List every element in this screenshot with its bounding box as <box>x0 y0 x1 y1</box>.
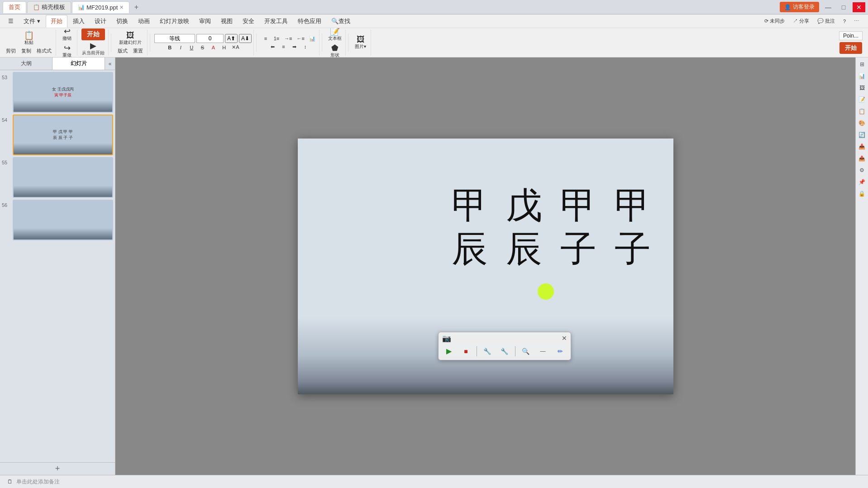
start-right-button[interactable]: 开始 <box>839 42 862 54</box>
rec-stop-button[interactable]: ■ <box>459 344 473 358</box>
highlight-button[interactable]: H <box>219 44 229 51</box>
format-button[interactable]: 格式式 <box>34 47 54 55</box>
comment-button[interactable]: 💬 批注 <box>815 17 838 25</box>
poin-button[interactable]: Poin... <box>839 31 863 40</box>
ribbon-tab-animation[interactable]: 动画 <box>134 15 154 27</box>
rpanel-icon-5[interactable]: 📋 <box>857 106 867 116</box>
paste-button[interactable]: 📋 粘贴 <box>21 30 37 47</box>
redo-button[interactable]: ↪ 重做 <box>59 43 75 57</box>
ribbon-tab-start[interactable]: 开始 <box>46 15 67 28</box>
rpanel-icon-10[interactable]: ⚙ <box>857 165 867 175</box>
rpanel-icon-4[interactable]: 📝 <box>857 95 867 105</box>
bullet-button[interactable]: ≡ <box>261 35 271 42</box>
reset-button[interactable]: 重置 <box>131 47 145 55</box>
textbox-button[interactable]: 📝 文本框 <box>326 28 343 43</box>
slide-thumb-54[interactable]: 54 甲 戊 甲 甲 辰 辰 子 子 <box>2 115 113 155</box>
numbering-button[interactable]: 1≡ <box>272 35 281 42</box>
rpanel-icon-6[interactable]: 🎨 <box>857 118 867 128</box>
tab-ppt[interactable]: 📊 MF2019.ppt ✕ <box>72 1 129 13</box>
font-size-down[interactable]: A⬇ <box>239 34 252 43</box>
rpanel-icon-12[interactable]: 🔒 <box>857 189 867 199</box>
bold-button[interactable]: B <box>165 44 175 51</box>
close-button[interactable]: ✕ <box>853 2 865 12</box>
col-chart-button[interactable]: 📊 <box>307 35 317 43</box>
rec-pen-button[interactable]: ✏ <box>553 344 567 358</box>
slide-main-text[interactable]: 甲 戊 甲 甲 辰 辰 子 子 <box>452 184 655 271</box>
note-bar[interactable]: 🗒 单击此处添加备注 <box>0 475 868 488</box>
underline-button[interactable]: U <box>186 44 196 51</box>
slide-thumb-55[interactable]: 55 <box>2 157 113 198</box>
rpanel-icon-11[interactable]: 📌 <box>857 177 867 187</box>
copy-button[interactable]: 复制 <box>19 47 33 55</box>
ribbon-tab-review[interactable]: 审阅 <box>195 15 215 27</box>
align-left[interactable]: ⬅ <box>267 43 277 51</box>
align-center[interactable]: ≡ <box>278 43 288 50</box>
rpanel-icon-8[interactable]: 📥 <box>857 142 867 152</box>
start-presentation-button[interactable]: 开始 <box>81 29 105 40</box>
ribbon-tab-view[interactable]: 视图 <box>216 15 237 27</box>
rec-close-button[interactable]: ✕ <box>562 335 567 342</box>
slide-thumb-53[interactable]: 53 女 壬戊戊丙 寅 甲子辰 <box>2 72 113 113</box>
tab-home[interactable]: 首页 <box>3 1 26 13</box>
rpanel-icon-1[interactable]: ⊞ <box>857 59 867 69</box>
sync-button[interactable]: ⟳ 未同步 <box>762 17 787 25</box>
sidebar-tab-slides[interactable]: 幻灯片 <box>52 57 105 70</box>
layout-button[interactable]: 版式 <box>115 47 130 55</box>
new-slide-button[interactable]: 🖼 新建幻灯片 <box>117 30 143 47</box>
add-tab-button[interactable]: + <box>130 1 142 13</box>
italic-button[interactable]: I <box>176 44 186 51</box>
ribbon-tab-hamburger[interactable]: ☰ <box>4 16 18 26</box>
ribbon-tab-slideshow[interactable]: 幻灯片放映 <box>155 15 194 27</box>
ribbon-tab-insert[interactable]: 插入 <box>68 15 89 27</box>
ribbon-tab-file[interactable]: 文件 ▾ <box>19 15 45 27</box>
slide-thumb-56[interactable]: 56 <box>2 200 113 240</box>
ribbon-tab-special[interactable]: 特色应用 <box>293 15 326 27</box>
font-color-button[interactable]: A <box>208 44 218 51</box>
rec-tool1-button[interactable]: 🔧 <box>481 344 494 358</box>
line-spacing[interactable]: ↕ <box>300 43 310 50</box>
thumb-box-55[interactable] <box>13 157 113 198</box>
login-button[interactable]: 👤 访客登录 <box>780 2 819 12</box>
rpanel-icon-7[interactable]: 🔄 <box>857 130 867 140</box>
font-name-input[interactable] <box>154 34 195 43</box>
rpanel-icon-3[interactable]: 🖼 <box>857 83 867 93</box>
font-size-input[interactable] <box>196 34 224 43</box>
maximize-button[interactable]: □ <box>837 2 850 12</box>
rec-lens-button[interactable]: 🔍 <box>519 344 533 358</box>
thumb-box-53[interactable]: 女 壬戊戊丙 寅 甲子辰 <box>13 72 113 113</box>
share-button[interactable]: ↗ 分享 <box>790 17 812 25</box>
ribbon-tab-devtools[interactable]: 开发工具 <box>260 15 292 27</box>
shape-button[interactable]: ⬟ 形状 <box>327 43 343 57</box>
sidebar-tab-outline[interactable]: 大纲 <box>0 57 52 70</box>
add-slide-button[interactable]: + <box>0 462 115 475</box>
rec-play-button[interactable]: ▶ <box>442 344 456 358</box>
undo-button[interactable]: ↩ 撤销 <box>59 28 75 43</box>
align-right[interactable]: ➡ <box>289 43 299 51</box>
ribbon-tab-design[interactable]: 设计 <box>90 15 111 27</box>
increase-indent[interactable]: →≡ <box>282 35 294 42</box>
decrease-indent[interactable]: ←≡ <box>295 35 306 42</box>
close-tab-icon[interactable]: ✕ <box>119 5 124 10</box>
ribbon-tabs: ☰ 文件 ▾ 开始 插入 设计 切换 动画 幻灯片放映 审阅 视图 安全 开发工… <box>0 14 868 28</box>
cut-button[interactable]: 剪切 <box>4 47 18 55</box>
font-size-up[interactable]: A⬆ <box>225 34 238 43</box>
start-from-current-button[interactable]: ▶ 从当前开始 <box>80 41 106 57</box>
image-button[interactable]: 🖼 图片▾ <box>353 34 369 51</box>
sidebar-collapse-button[interactable]: « <box>105 57 115 70</box>
help-button[interactable]: ? <box>840 18 849 25</box>
ribbon-tab-security[interactable]: 安全 <box>238 15 259 27</box>
slide-area[interactable]: 甲 戊 甲 甲 辰 辰 子 子 📷 ✕ ▶ ■ 🔧 🔧 🔍 — <box>115 57 855 475</box>
clear-format-button[interactable]: ✕A <box>230 43 241 51</box>
more-button[interactable]: ⋯ <box>851 17 862 25</box>
ribbon-tab-transition[interactable]: 切换 <box>112 15 133 27</box>
thumb-box-54[interactable]: 甲 戊 甲 甲 辰 辰 子 子 <box>13 115 113 155</box>
rec-tool2-button[interactable]: 🔧 <box>498 344 511 358</box>
rec-dash-button[interactable]: — <box>536 344 550 358</box>
rpanel-icon-2[interactable]: 📊 <box>857 71 867 81</box>
thumb-box-56[interactable] <box>13 200 113 240</box>
ribbon-tab-search[interactable]: 🔍查找 <box>327 15 355 27</box>
minimize-button[interactable]: — <box>822 2 835 12</box>
rpanel-icon-9[interactable]: 📤 <box>857 153 867 163</box>
tab-template[interactable]: 📋 稿壳模板 <box>27 1 71 13</box>
strikethrough-button[interactable]: S <box>197 44 207 51</box>
